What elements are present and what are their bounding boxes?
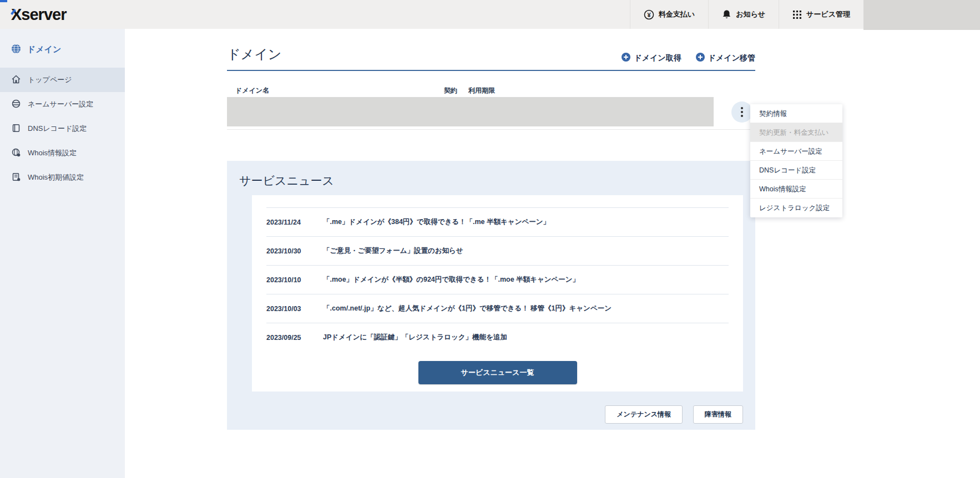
plus-circle-icon bbox=[622, 53, 630, 63]
sidebar-item-label: ネームサーバー設定 bbox=[28, 99, 93, 109]
news-text: 「.me」ドメインが《384円》で取得できる！「.me 半額キャンペーン」 bbox=[323, 217, 550, 227]
news-text: JPドメインに「認証鍵」「レジストラロック」機能を追加 bbox=[323, 333, 507, 342]
sidebar-item-label: DNSレコード設定 bbox=[28, 124, 87, 134]
browser-corner-fragment bbox=[0, 0, 7, 2]
column-header-contract: 契約 bbox=[444, 86, 457, 95]
sidebar-item-label: トップページ bbox=[28, 75, 72, 85]
menu-item-dns-record-settings[interactable]: DNSレコード設定 bbox=[750, 161, 842, 180]
menu-item-registrar-lock-settings[interactable]: レジストラロック設定 bbox=[750, 199, 842, 217]
content-column: ドメイン ドメイン取得 ドメイン移管 ドメイン名 契約 利用期 bbox=[227, 29, 755, 478]
column-header-expiration: 利用期限 bbox=[468, 86, 495, 95]
news-button-wrap: サービスニュース一覧 bbox=[266, 361, 729, 384]
news-date: 2023/11/24 bbox=[266, 218, 323, 226]
row-context-menu: 契約情報 契約更新・料金支払い ネームサーバー設定 DNSレコード設定 Whoi… bbox=[750, 104, 842, 217]
app-header: Xserver ¥ 料金支払い お知らせ bbox=[0, 0, 980, 29]
account-area-redacted[interactable] bbox=[863, 0, 980, 30]
billing-button[interactable]: ¥ 料金支払い bbox=[630, 0, 708, 29]
sidebar-item-label: Whois情報設定 bbox=[28, 148, 77, 158]
domain-register-label: ドメイン取得 bbox=[634, 53, 681, 63]
row-actions-button[interactable] bbox=[731, 101, 752, 123]
services-button[interactable]: サービス管理 bbox=[779, 0, 863, 29]
sidebar: ドメイン トップページ ネームサーバー設定 DNSレコード設定 Whois情報設… bbox=[0, 29, 125, 478]
main-content: ドメイン ドメイン取得 ドメイン移管 ドメイン名 契約 利用期 bbox=[125, 29, 980, 478]
news-date: 2023/10/30 bbox=[266, 247, 323, 255]
kebab-menu-icon bbox=[741, 111, 743, 113]
sidebar-item-whois-defaults[interactable]: Whois初期値設定 bbox=[0, 165, 125, 190]
title-actions: ドメイン取得 ドメイン移管 bbox=[622, 53, 755, 63]
services-label: サービス管理 bbox=[806, 9, 850, 19]
notifications-label: お知らせ bbox=[736, 9, 765, 19]
header-nav: ¥ 料金支払い お知らせ サービス管理 bbox=[630, 0, 980, 29]
sidebar-section-label: ドメイン bbox=[27, 44, 61, 55]
whois-doc-icon bbox=[12, 172, 21, 183]
kebab-menu-icon bbox=[741, 107, 743, 109]
service-news-list-button[interactable]: サービスニュース一覧 bbox=[418, 361, 577, 384]
service-news-title: サービスニュース bbox=[239, 173, 334, 189]
logo-text: Xserver bbox=[11, 6, 66, 23]
news-date: 2023/09/25 bbox=[266, 334, 323, 342]
news-text: 「.moe」ドメインが《半額》の924円で取得できる！「.moe 半額キャンペー… bbox=[323, 275, 579, 284]
kebab-menu-icon bbox=[741, 115, 743, 117]
incident-info-button[interactable]: 障害情報 bbox=[693, 405, 743, 424]
news-footer-buttons: メンテナンス情報 障害情報 bbox=[605, 405, 743, 424]
news-text: 「ご意見・ご要望フォーム」設置のお知らせ bbox=[323, 246, 463, 256]
news-item[interactable]: 2023/11/24 「.me」ドメインが《384円》で取得できる！「.me 半… bbox=[266, 207, 729, 236]
domain-transfer-button[interactable]: ドメイン移管 bbox=[696, 53, 755, 63]
service-news-section: サービスニュース 2023/11/24 「.me」ドメインが《384円》で取得で… bbox=[227, 161, 755, 430]
menu-item-contract-info[interactable]: 契約情報 bbox=[750, 104, 842, 123]
news-date: 2023/10/10 bbox=[266, 276, 323, 284]
domain-transfer-label: ドメイン移管 bbox=[708, 53, 755, 63]
menu-item-nameserver-settings[interactable]: ネームサーバー設定 bbox=[750, 142, 842, 161]
billing-label: 料金支払い bbox=[659, 9, 695, 19]
news-item[interactable]: 2023/10/03 「.com/.net/.jp」など、超人気ドメインが《1円… bbox=[266, 294, 729, 323]
notifications-button[interactable]: お知らせ bbox=[708, 0, 779, 29]
sidebar-item-label: Whois初期値設定 bbox=[28, 172, 84, 182]
grid-icon bbox=[792, 10, 802, 19]
news-date: 2023/10/03 bbox=[266, 305, 323, 313]
whois-globe-icon bbox=[12, 148, 21, 159]
domain-table-row-redacted bbox=[227, 97, 714, 126]
news-item[interactable]: 2023/10/10 「.moe」ドメインが《半額》の924円で取得できる！「.… bbox=[266, 265, 729, 294]
nameserver-globe-icon bbox=[12, 99, 21, 110]
sidebar-item-whois-info[interactable]: Whois情報設定 bbox=[0, 141, 125, 165]
sidebar-item-top-page[interactable]: トップページ bbox=[0, 68, 125, 92]
svg-text:¥: ¥ bbox=[647, 11, 651, 18]
maintenance-info-button[interactable]: メンテナンス情報 bbox=[605, 405, 683, 424]
column-header-domain-name: ドメイン名 bbox=[235, 86, 269, 95]
page-title: ドメイン bbox=[227, 45, 281, 63]
home-icon bbox=[12, 75, 21, 85]
news-text: 「.com/.net/.jp」など、超人気ドメインが《1円》で移管できる！ 移管… bbox=[323, 304, 612, 313]
sidebar-item-nameserver[interactable]: ネームサーバー設定 bbox=[0, 92, 125, 116]
domain-globe-icon bbox=[11, 44, 21, 55]
dns-book-icon bbox=[12, 124, 21, 134]
yen-circle-icon: ¥ bbox=[644, 9, 654, 20]
sidebar-nav: トップページ ネームサーバー設定 DNSレコード設定 Whois情報設定 Who… bbox=[0, 68, 125, 190]
sidebar-item-dns-records[interactable]: DNSレコード設定 bbox=[0, 116, 125, 141]
news-item[interactable]: 2023/09/25 JPドメインに「認証鍵」「レジストラロック」機能を追加 bbox=[266, 323, 729, 352]
table-row-divider bbox=[227, 129, 755, 130]
domain-table-header: ドメイン名 契約 利用期限 bbox=[227, 86, 755, 94]
plus-circle-icon bbox=[696, 53, 705, 63]
bell-icon bbox=[722, 9, 731, 19]
menu-item-contract-renewal-payment: 契約更新・料金支払い bbox=[750, 123, 842, 142]
page-title-row: ドメイン ドメイン取得 ドメイン移管 bbox=[227, 45, 755, 71]
logo: Xserver bbox=[0, 6, 66, 24]
service-news-card: 2023/11/24 「.me」ドメインが《384円》で取得できる！「.me 半… bbox=[252, 195, 743, 391]
sidebar-section-domain: ドメイン bbox=[0, 43, 125, 55]
domain-register-button[interactable]: ドメイン取得 bbox=[622, 53, 681, 63]
menu-item-whois-info-settings[interactable]: Whois情報設定 bbox=[750, 180, 842, 199]
news-item[interactable]: 2023/10/30 「ご意見・ご要望フォーム」設置のお知らせ bbox=[266, 236, 729, 265]
